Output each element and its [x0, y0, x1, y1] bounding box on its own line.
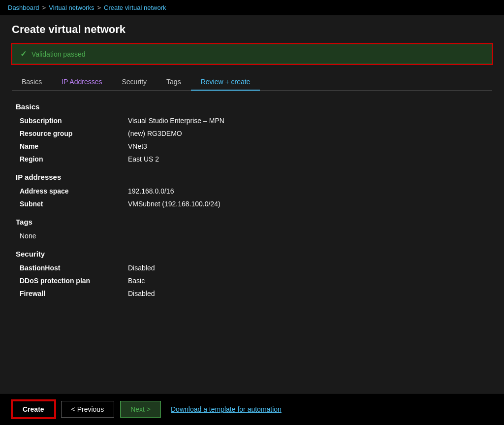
breadcrumb-sep-1: > [42, 4, 46, 11]
tab-basics[interactable]: Basics [12, 74, 52, 91]
breadcrumb-dashboard[interactable]: Dashboard [8, 4, 39, 11]
field-value-subnet: VMSubnet (192.168.100.0/24) [128, 200, 220, 208]
field-subscription: Subscription Visual Studio Enterprise – … [16, 117, 488, 125]
validation-message: Validation passed [32, 50, 85, 58]
section-title-basics: Basics [16, 102, 488, 111]
field-label-address-space: Address space [20, 187, 128, 195]
breadcrumb-sep-2: > [97, 4, 101, 11]
field-value-resource-group: (new) RG3DEMO [128, 130, 182, 137]
field-value-region: East US 2 [128, 155, 159, 163]
previous-button[interactable]: < Previous [61, 401, 115, 418]
field-label-subscription: Subscription [20, 117, 128, 125]
field-label-subnet: Subnet [20, 200, 128, 208]
field-ddos-protection: DDoS protection plan Basic [16, 277, 488, 285]
field-region: Region East US 2 [16, 155, 488, 163]
create-button[interactable]: Create [12, 400, 55, 418]
next-button[interactable]: Next > [120, 401, 161, 418]
field-bastion-host: BastionHost Disabled [16, 264, 488, 272]
tags-none-value: None [16, 232, 488, 240]
section-title-ip: IP addresses [16, 173, 488, 181]
validation-banner: ✓ Validation passed [12, 44, 492, 64]
content-area: Basics Subscription Visual Studio Enterp… [12, 102, 492, 297]
field-value-ddos-protection: Basic [128, 277, 145, 285]
field-label-resource-group: Resource group [20, 130, 128, 137]
tab-review-create[interactable]: Review + create [191, 74, 260, 91]
tab-security[interactable]: Security [112, 74, 157, 91]
field-label-ddos-protection: DDoS protection plan [20, 277, 128, 285]
field-value-firewall: Disabled [128, 290, 155, 297]
section-title-tags: Tags [16, 218, 488, 226]
page-container: Create virtual network ✓ Validation pass… [0, 15, 504, 390]
page-title: Create virtual network [12, 23, 492, 36]
field-firewall: Firewall Disabled [16, 290, 488, 297]
field-label-name: Name [20, 142, 128, 150]
tabs-container: Basics IP Addresses Security Tags Review… [12, 74, 492, 91]
validation-check-icon: ✓ [20, 49, 27, 59]
field-value-bastion-host: Disabled [128, 264, 155, 272]
breadcrumb: Dashboard > Virtual networks > Create vi… [0, 0, 504, 15]
field-value-subscription: Visual Studio Enterprise – MPN [128, 117, 224, 125]
field-address-space: Address space 192.168.0.0/16 [16, 187, 488, 195]
automation-template-link[interactable]: Download a template for automation [171, 405, 282, 413]
field-resource-group: Resource group (new) RG3DEMO [16, 130, 488, 137]
section-title-security: Security [16, 250, 488, 258]
field-label-region: Region [20, 155, 128, 163]
field-label-firewall: Firewall [20, 290, 128, 297]
breadcrumb-current: Create virtual network [104, 4, 166, 11]
breadcrumb-virtual-networks[interactable]: Virtual networks [49, 4, 94, 11]
tab-tags[interactable]: Tags [157, 74, 191, 91]
field-label-bastion-host: BastionHost [20, 264, 128, 272]
tab-ip-addresses[interactable]: IP Addresses [52, 74, 112, 91]
field-subnet: Subnet VMSubnet (192.168.100.0/24) [16, 200, 488, 208]
footer-bar: Create < Previous Next > Download a temp… [0, 393, 504, 425]
field-value-address-space: 192.168.0.0/16 [128, 187, 174, 195]
field-name: Name VNet3 [16, 142, 488, 150]
field-value-name: VNet3 [128, 142, 147, 150]
